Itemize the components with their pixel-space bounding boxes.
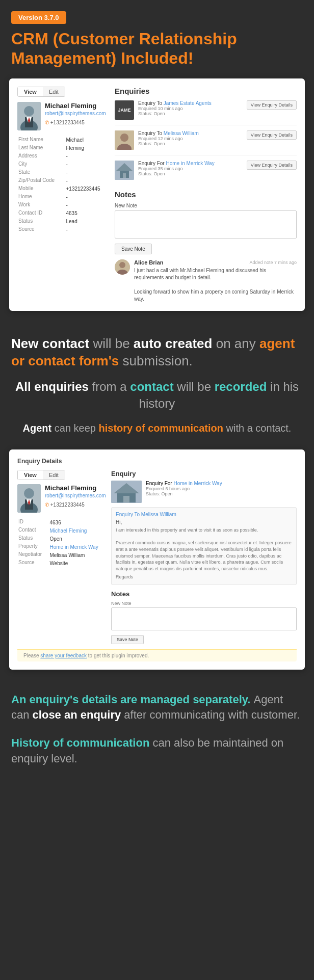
enquiry-contact-avatar — [17, 484, 41, 513]
enquiry-property-block: Enquiry For Home in Merrick Way Enquired… — [111, 481, 297, 503]
enquiry-contact-profile: Michael Fleming robert@inspirythemes.com… — [17, 484, 104, 513]
svg-point-1 — [24, 106, 34, 116]
enquiry-info-3: Enquiry For Home in Merrick Way Enquired… — [138, 161, 243, 176]
text-agent: Agent can keep history of communication … — [11, 421, 303, 435]
text-section-3: Agent can keep history of communication … — [0, 421, 314, 449]
text-section-1: New contact will be auto created on any … — [0, 323, 314, 379]
note-content: Alice Brian Added note 7 mins ago I just… — [134, 259, 297, 303]
enquiry-contact-phone: ✆ +13212233445 — [45, 502, 85, 508]
note-text: I just had a call with Mr.Michael Flemin… — [134, 267, 297, 303]
enquiry-right-title: Enquiry — [111, 470, 297, 478]
view-enquiry-btn-2[interactable]: View Enquiry Details — [247, 130, 297, 140]
enq-to-link[interactable]: Melissa William — [141, 512, 176, 517]
enquiry-item-3: Enquiry For Home in Merrick Way Enquired… — [115, 161, 297, 185]
enquiry-property-info: Enquiry For Home in Merrick Way Enquired… — [146, 481, 222, 503]
contact-fields: First NameMichael Last NameFleming Addre… — [17, 136, 107, 234]
save-note-btn-sm[interactable]: Save Note — [111, 635, 144, 644]
enq-greeting: Hi, — [116, 519, 292, 525]
enquiry-thumb-3 — [115, 161, 134, 180]
view-enquiry-btn-1[interactable]: View Enquiry Details — [247, 100, 297, 110]
svg-point-18 — [24, 488, 34, 498]
main-heading: CRM (Customer Relationship Management) I… — [0, 29, 314, 78]
enq-to-label: Enquiry To Melissa William — [116, 512, 292, 517]
svg-point-15 — [119, 262, 125, 268]
contact-name-block: Michael Fleming robert@inspirythemes.com… — [45, 102, 107, 126]
enquiry-item-2: Enquiry To Melissa William Enquired 12 m… — [115, 130, 297, 155]
svg-point-8 — [120, 134, 128, 142]
enquiry-tab-edit[interactable]: Edit — [43, 470, 65, 480]
contact-panel: View Edit Michael Fleming — [17, 87, 107, 303]
property-name-link[interactable]: Home in Merrick Way — [173, 481, 222, 486]
version-badge: Version 3.7.0 — [11, 11, 66, 24]
enquiry-detail-left: View Edit Michael Fl — [17, 470, 104, 644]
svg-rect-27 — [123, 496, 129, 502]
tab-edit[interactable]: Edit — [43, 87, 65, 96]
note-entry: Alice Brian Added note 7 mins ago I just… — [115, 259, 297, 303]
enquiry-fields: ID4636 ContactMichael Fleming StatusOpen… — [17, 518, 104, 568]
avatar — [17, 102, 41, 130]
enquiry-message-block: Enquiry To Melissa William Hi, I am inte… — [111, 507, 297, 585]
feedback-link[interactable]: share your feedback — [40, 653, 87, 658]
new-note-label: New Note — [115, 203, 297, 208]
contact-phone: ✆ +13212233445 — [45, 120, 85, 125]
enquiry-details-card: Enquiry Details View Edit — [9, 449, 305, 670]
enquiries-title: Enquiries — [115, 87, 297, 95]
enquiry-contact-info: Michael Fleming robert@inspirythemes.com… — [45, 484, 106, 509]
note-avatar — [115, 259, 130, 275]
enquiry-item-1: JAME Enquiry To James Estate Agents Enqu… — [115, 100, 297, 125]
enquiry-link-3[interactable]: Home in Merrick Way — [166, 161, 214, 166]
bottom-text-1: An enquiry's details are managed separat… — [11, 692, 303, 722]
enquiry-details-header: Enquiry Details — [17, 458, 297, 465]
new-note-label-sm: New Note — [111, 601, 297, 606]
enquiry-contact-name: Michael Fleming — [45, 484, 106, 492]
enq-body-text: I am interested in this property and wan… — [116, 527, 292, 572]
enquiry-contact-link[interactable]: Michael Fleming — [49, 528, 87, 534]
enquiry-link-2[interactable]: Melissa William — [164, 130, 199, 136]
feedback-bar: Please share your feedback to get this p… — [17, 649, 297, 661]
notes-section: Notes New Note Save Note Alice Brian Add… — [115, 190, 297, 303]
bottom-section-1: An enquiry's details are managed separat… — [0, 682, 314, 730]
note-time: Added note 7 mins ago — [249, 260, 297, 265]
enquiry-link-1[interactable]: James Estate Agents — [164, 100, 212, 106]
svg-rect-13 — [123, 173, 126, 178]
enquiry-view-edit-tabs: View Edit — [17, 470, 65, 480]
contact-profile: Michael Fleming robert@inspirythemes.com… — [17, 102, 107, 130]
new-note-textarea-sm[interactable] — [111, 607, 297, 630]
text-new-contact: New contact will be auto created on any … — [11, 335, 303, 370]
save-note-button[interactable]: Save Note — [115, 244, 152, 254]
view-enquiry-btn-3[interactable]: View Enquiry Details — [247, 161, 297, 170]
crm-card: View Edit Michael Fleming — [9, 78, 305, 311]
enquiries-panel: Enquiries JAME Enquiry To James Estate A… — [115, 87, 297, 303]
enquiry-info-1: Enquiry To James Estate Agents Enquired … — [138, 100, 243, 116]
contact-email[interactable]: robert@inspirythemes.com — [45, 111, 107, 116]
enquiry-detail-right: Enquiry Enquiry For Home in Merrick Way … — [111, 470, 297, 644]
enquiry-property-link[interactable]: Home in Merrick Way — [49, 544, 98, 550]
enquiry-contact-email[interactable]: robert@inspirythemes.com — [45, 493, 106, 498]
enq-regards: Regards — [116, 574, 292, 580]
notes-right-title: Notes — [111, 590, 297, 598]
notes-title: Notes — [115, 190, 297, 199]
text-section-2: All enquiries from a contact will be rec… — [0, 379, 314, 421]
text-enquiries: All enquiries from a contact will be rec… — [11, 379, 303, 412]
new-note-textarea[interactable] — [115, 210, 297, 239]
enquiry-property-thumb — [111, 481, 142, 503]
note-author: Alice Brian — [134, 259, 163, 266]
contact-name: Michael Fleming — [45, 102, 107, 110]
tab-view[interactable]: View — [18, 87, 43, 96]
enquiry-thumb-2 — [115, 130, 134, 150]
history-text: History of communication can also be mai… — [11, 735, 303, 767]
enquiry-tab-view[interactable]: View — [18, 470, 43, 480]
enquiry-thumb-1: JAME — [115, 100, 134, 120]
notes-right-section: Notes New Note Save Note — [111, 590, 297, 644]
enquiry-info-2: Enquiry To Melissa William Enquired 12 m… — [138, 130, 243, 146]
note-header: Alice Brian Added note 7 mins ago — [134, 259, 297, 266]
enquiry-card-top: View Edit Michael Fl — [17, 470, 297, 644]
history-section: History of communication can also be mai… — [0, 730, 314, 782]
view-edit-tabs: View Edit — [17, 87, 65, 97]
